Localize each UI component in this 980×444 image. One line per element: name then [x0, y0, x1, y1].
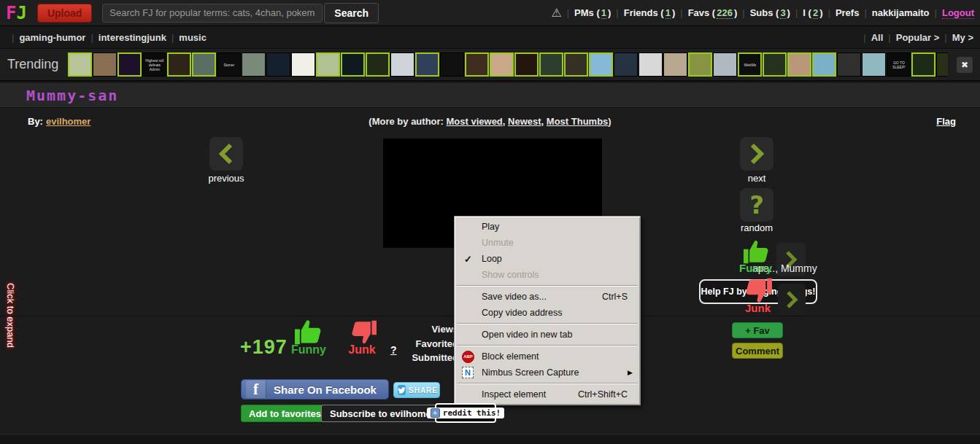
trending-thumbnail[interactable]	[713, 52, 737, 77]
menu-item-copy-video-address[interactable]: Copy video address	[455, 305, 639, 321]
upload-button[interactable]: Upload	[37, 4, 92, 23]
search-input[interactable]	[102, 4, 323, 23]
user-menu-item[interactable]: Prefs	[836, 7, 860, 18]
reddit-share-label: reddit this!	[443, 408, 501, 418]
close-icon[interactable]: ✖	[957, 57, 973, 73]
next-button[interactable]	[740, 137, 773, 171]
menu-item-play[interactable]: Play	[455, 219, 639, 235]
trending-thumbnail[interactable]: Stoner	[217, 52, 241, 77]
trending-thumbnail[interactable]: WebMs	[738, 52, 762, 77]
random-label: random	[731, 222, 782, 233]
trending-thumbnail[interactable]	[589, 52, 613, 77]
trending-thumbnail[interactable]	[837, 52, 861, 77]
add-to-favorites-button[interactable]: Add to favorites	[241, 405, 329, 422]
next-label: next	[731, 173, 782, 184]
user-menu-item[interactable]: Favs (226)	[688, 7, 738, 18]
channel-link[interactable]: gaming-humor	[19, 32, 85, 43]
trending-thumbnail[interactable]: GO TO SLEEP!	[887, 52, 911, 77]
trending-thumbnail[interactable]	[117, 52, 142, 77]
user-menu-item[interactable]: nakkijamaito	[872, 7, 930, 18]
trending-thumbnail[interactable]	[688, 52, 712, 77]
trending-thumbnail[interactable]	[638, 52, 663, 77]
search-button[interactable]: Search	[324, 3, 379, 23]
trending-thumbnail[interactable]	[465, 52, 489, 77]
subnav-link[interactable]: Popular >	[896, 32, 940, 43]
trending-thumbnail[interactable]	[812, 52, 836, 77]
trending-thumbnail[interactable]	[440, 52, 464, 77]
trending-thumbnail[interactable]	[787, 52, 811, 77]
funny-vote-label[interactable]: Funny	[291, 343, 326, 357]
facebook-share-label: Share On Facebook	[266, 383, 384, 396]
menu-item-save-video-as[interactable]: Save video as...Ctrl+S	[455, 289, 639, 305]
subnav-link[interactable]: My >	[952, 32, 973, 43]
trending-thumbnail[interactable]	[192, 52, 216, 77]
stats-row-label: Favorited	[350, 337, 458, 351]
facebook-share-button[interactable]: f Share On Facebook	[241, 379, 389, 400]
subscribe-button[interactable]: Subscribe to evilhomer	[321, 405, 444, 422]
thumbs-down-icon[interactable]	[743, 277, 773, 305]
trending-thumbnail[interactable]	[167, 52, 191, 77]
trending-thumbnail[interactable]	[266, 52, 290, 77]
flag-link[interactable]: Flag	[936, 116, 956, 127]
junk-vote-label[interactable]: Junk	[745, 302, 771, 314]
trending-thumbnail[interactable]: Highest roll defeats Admin	[142, 52, 166, 77]
twitter-share-button[interactable]: SHARE	[393, 382, 440, 398]
next-content-button-2[interactable]	[778, 284, 806, 316]
trending-thumbnail[interactable]	[862, 52, 886, 77]
subnav-link[interactable]: All	[871, 32, 884, 43]
menu-item-label: Play	[482, 222, 628, 232]
trending-thumbnail[interactable]	[68, 52, 92, 77]
user-menu-item[interactable]: PMs (1)	[574, 7, 611, 18]
add-fav-button[interactable]: + Fav	[732, 322, 783, 338]
user-menu-item[interactable]: I (2)	[803, 7, 822, 18]
user-menu-item[interactable]: Subs (3)	[750, 7, 790, 18]
menu-item-nimbus-screen-capture[interactable]: NNimbus Screen Capture▶	[455, 365, 639, 381]
user-menu-item[interactable]: Friends (1)	[624, 7, 675, 18]
most-viewed-link[interactable]: Most viewed	[447, 116, 503, 127]
channel-link[interactable]: music	[179, 32, 207, 43]
submenu-arrow-icon: ▶	[628, 369, 633, 376]
trending-thumbnail[interactable]	[663, 52, 687, 77]
trending-thumbnail[interactable]	[291, 52, 315, 77]
user-menu-item[interactable]: Logout	[942, 7, 974, 19]
nimbus-icon: N	[462, 367, 474, 378]
menu-item-inspect-element[interactable]: Inspect elementCtrl+Shift+C	[455, 386, 639, 402]
menu-separator	[457, 323, 638, 324]
trending-thumbnail[interactable]	[564, 52, 588, 77]
thumbs-up-icon[interactable]	[291, 318, 326, 346]
funny-vote-label[interactable]: Funny	[739, 262, 772, 274]
trending-thumbnail[interactable]	[490, 52, 514, 77]
trending-thumbnail[interactable]	[242, 52, 266, 77]
most-thumbs-link[interactable]: Most Thumbs	[547, 116, 609, 127]
fj-logo-icon[interactable]: F J	[6, 4, 27, 22]
menu-item-loop[interactable]: ✓Loop	[455, 251, 639, 267]
trending-thumbnail[interactable]	[93, 52, 117, 77]
trending-thumbnail[interactable]	[614, 52, 638, 77]
trending-thumbnail[interactable]	[514, 52, 539, 77]
trending-thumbnail[interactable]	[539, 52, 563, 77]
trending-thumbnail[interactable]	[763, 52, 787, 77]
trending-label: Trending	[7, 57, 58, 72]
menu-separator	[457, 345, 638, 346]
trending-thumbnail[interactable]	[936, 52, 948, 77]
channel-link[interactable]: interestingjunk	[99, 32, 166, 43]
stats-row-label: Views	[350, 322, 458, 337]
trending-thumbnail[interactable]	[415, 52, 439, 77]
previous-button[interactable]	[209, 137, 243, 171]
menu-item-label: Save video as...	[482, 292, 589, 302]
menu-item-block-element[interactable]: ABPBlock element	[455, 348, 639, 365]
trending-thumbnail[interactable]	[316, 52, 340, 77]
trending-thumbnail[interactable]	[341, 52, 365, 77]
comment-button[interactable]: Comment	[732, 343, 783, 359]
newest-link[interactable]: Newest	[508, 116, 541, 127]
menu-item-open-video-in-new-tab[interactable]: Open video in new tab	[455, 327, 639, 343]
twitter-share-label: SHARE	[409, 386, 438, 394]
warning-icon[interactable]: ⚠	[551, 6, 561, 20]
trending-thumbnail[interactable]	[390, 52, 414, 77]
reddit-share-button[interactable]: + reddit this!	[435, 403, 496, 423]
search-bar: Search	[102, 3, 379, 23]
trending-thumbnail[interactable]	[366, 52, 390, 77]
thumbs-up-icon[interactable]	[741, 238, 772, 265]
random-button[interactable]: ?	[740, 188, 773, 222]
trending-thumbnail[interactable]	[911, 52, 935, 77]
